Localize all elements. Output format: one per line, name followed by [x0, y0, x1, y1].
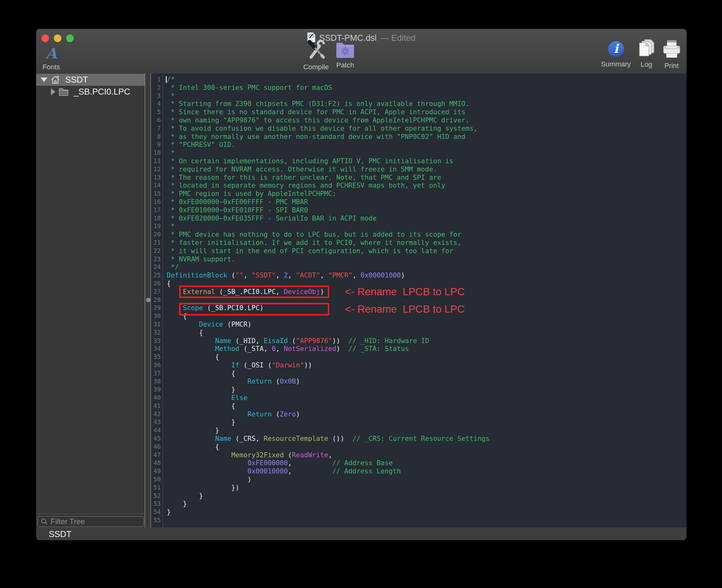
- sidebar: SSDT _SB.PCI0.LPC: [36, 74, 145, 528]
- code-line: Memory32Fixed (ReadWrite,: [167, 451, 490, 459]
- line-number: 23: [151, 255, 163, 263]
- line-number: 22: [151, 247, 163, 255]
- line-number: 26: [151, 279, 163, 288]
- minimize-button[interactable]: [54, 35, 61, 42]
- line-number: 34: [151, 344, 163, 353]
- annotation-box-scope: [179, 303, 330, 316]
- line-number: 9: [151, 141, 163, 149]
- filter-placeholder: Filter Tree: [50, 517, 85, 526]
- line-number: 10: [151, 149, 163, 157]
- line-number: 25: [151, 271, 163, 279]
- toolbar-summary-label: Summary: [601, 60, 631, 68]
- line-number: 54: [151, 508, 163, 516]
- compile-icon: [306, 39, 326, 62]
- code-line: * The reason for this is rather unclear.…: [167, 173, 490, 182]
- line-number: 48: [151, 459, 163, 467]
- window-header: DSL SSDT-PMC.dsl — Edited A Fonts: [36, 29, 686, 74]
- filter-bar: Filter Tree: [36, 513, 145, 528]
- code-line: * located in separate memory regions and…: [167, 181, 490, 190]
- line-number: 30: [151, 312, 163, 320]
- line-number: 40: [151, 394, 163, 402]
- line-number: 3: [151, 92, 163, 100]
- line-marker-dot: [146, 298, 151, 302]
- fonts-icon: A: [46, 45, 57, 62]
- line-number: 39: [151, 385, 163, 394]
- line-number: 43: [151, 418, 163, 426]
- code-line: }: [167, 492, 490, 500]
- annotation-label-2: <- Rename LPCB to LPC: [345, 303, 465, 316]
- line-number: 50: [151, 475, 163, 484]
- tree-item-sb-pci0-lpc[interactable]: _SB.PCI0.LPC: [36, 86, 145, 98]
- patch-icon: [335, 41, 355, 60]
- line-number: 53: [151, 500, 163, 508]
- line-number: 4: [151, 100, 163, 108]
- toolbar-patch-label: Patch: [336, 61, 354, 69]
- toolbar-fonts-button[interactable]: A Fonts: [39, 45, 64, 71]
- toolbar-log-button[interactable]: Log: [633, 39, 659, 69]
- code-area[interactable]: /* * Intel 300-series PMC support for ma…: [167, 75, 490, 524]
- code-line: * NVRAM support.: [167, 255, 490, 263]
- zoom-button[interactable]: [66, 35, 74, 42]
- toolbar-patch-button[interactable]: Patch: [328, 41, 363, 69]
- toolbar-log-label: Log: [641, 60, 652, 69]
- line-number: 31: [151, 320, 163, 329]
- app-window: DSL SSDT-PMC.dsl — Edited A Fonts: [36, 29, 686, 540]
- code-line: * required for NVRAM access. Otherwise i…: [167, 165, 490, 173]
- summary-icon: i: [608, 41, 624, 59]
- toolbar-compile-label: Compile: [303, 63, 329, 71]
- code-line: {: [167, 402, 490, 410]
- disclosure-collapsed-icon[interactable]: [51, 88, 55, 95]
- code-line: Device (PMCR): [167, 320, 490, 329]
- code-line: * "PCHRESV" UID.: [167, 141, 490, 149]
- gutter-divider: [163, 74, 163, 528]
- code-line: {: [167, 329, 490, 337]
- toolbar-fonts-label: Fonts: [42, 63, 60, 71]
- close-button[interactable]: [41, 35, 49, 42]
- line-number: 29: [151, 304, 163, 312]
- toolbar-print-button[interactable]: Print: [658, 40, 685, 70]
- code-line: [167, 516, 490, 524]
- home-icon: [50, 75, 60, 84]
- code-line: }: [167, 500, 490, 508]
- code-line: *: [167, 92, 490, 100]
- code-line: *: [167, 149, 490, 157]
- search-icon: [41, 518, 48, 525]
- tree-item-ssdt[interactable]: SSDT: [36, 74, 145, 86]
- line-number: 24: [151, 263, 163, 271]
- annotation-label-1: <- Rename LPCB to LPC: [345, 286, 465, 298]
- code-line: }: [167, 418, 490, 426]
- filter-tree-input[interactable]: Filter Tree: [37, 516, 144, 527]
- code-line: If (_OSI ("Darwin")): [167, 361, 490, 369]
- code-line: }: [167, 385, 490, 394]
- code-line: * as they normally use another non-stand…: [167, 132, 490, 141]
- line-number: 7: [151, 124, 163, 132]
- code-line: }): [167, 484, 490, 492]
- line-number: 27: [151, 288, 163, 296]
- log-icon: [637, 39, 656, 59]
- line-number: 11: [151, 157, 163, 165]
- disclosure-expanded-icon[interactable]: [41, 78, 47, 82]
- line-number: 17: [151, 206, 163, 214]
- code-line: * Intel 300-series PMC support for macOS: [167, 84, 490, 92]
- code-line: * To avoid confusion we disable this dev…: [167, 124, 490, 132]
- line-number: 35: [151, 353, 163, 361]
- code-line: * own naming "APP9876" to access this de…: [167, 116, 490, 124]
- code-line: * 0xFE000000~0xFE00FFFF - PMC MBAR: [167, 198, 490, 206]
- print-icon: [662, 40, 681, 60]
- code-line: * it will start in the end of PCI config…: [167, 247, 490, 255]
- code-line: Name (_CRS, ResourceTemplate ()) // _CRS…: [167, 435, 490, 443]
- content-area: SSDT _SB.PCI0.LPC: [36, 74, 686, 528]
- code-line: Name (_HID, EisaId ("APP9876")) // _HID:…: [167, 337, 490, 345]
- traffic-lights: [41, 35, 74, 42]
- line-number: 2: [151, 84, 163, 92]
- code-line: 0xFE000000, // Address Base: [167, 459, 490, 467]
- line-number: 21: [151, 238, 163, 247]
- code-editor[interactable]: 1234567891011121314151617181920212223242…: [151, 74, 686, 528]
- line-number: 55: [151, 516, 163, 524]
- toolbar-summary-button[interactable]: i Summary: [598, 41, 634, 68]
- code-line: /*: [167, 75, 490, 84]
- code-line: * Starting from Z390 chipsets PMC (D31:F…: [167, 100, 490, 108]
- folder-icon: [59, 88, 69, 96]
- line-number: 49: [151, 467, 163, 475]
- code-line: }: [167, 508, 490, 516]
